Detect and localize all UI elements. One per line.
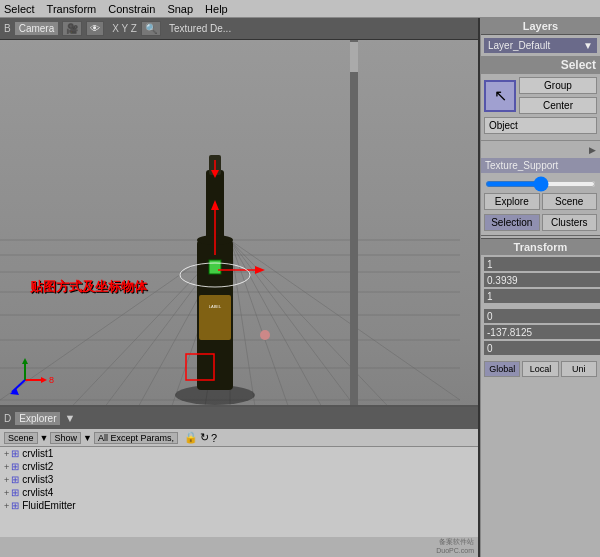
uni-button[interactable]: Uni	[561, 361, 597, 377]
viewport-topbar: B Camera 🎥 👁 X Y Z 🔍 Textured De...	[0, 18, 478, 40]
texture-slider[interactable]	[485, 181, 596, 187]
transform-z-row-1: z	[484, 289, 597, 303]
explorer-dropdown-arrow[interactable]: ▼	[64, 412, 75, 424]
item-label: FluidEmitter	[22, 500, 75, 511]
show-tab[interactable]: Show	[50, 432, 81, 444]
divider-1	[481, 140, 600, 141]
svg-rect-28	[199, 295, 231, 340]
scene-list: + ⊞ crvlist1 + ⊞ crvlist2 + ⊞ crvlist3 +…	[0, 447, 478, 537]
scene-item-fluidemitter[interactable]: + ⊞ FluidEmitter	[0, 499, 478, 512]
explore-button[interactable]: Explore	[484, 193, 540, 210]
transform-input-3[interactable]	[484, 289, 600, 303]
scrollbar-thumb[interactable]	[350, 42, 358, 72]
select-section: ↖ Group Center Object	[481, 74, 600, 137]
annotation-text: 贴图方式及坐标物体	[30, 278, 147, 296]
item-label: crvlist2	[22, 461, 53, 472]
menu-item-select[interactable]: Select	[4, 3, 35, 15]
transform-input-2[interactable]	[484, 273, 600, 287]
global-button[interactable]: Global	[484, 361, 520, 377]
layer-dropdown-arrow: ▼	[583, 40, 593, 51]
texture-row: Texture_Support	[481, 158, 600, 173]
svg-text:8: 8	[49, 375, 54, 385]
viewport-d-label: B	[4, 23, 11, 34]
transform-x-row-1: x S	[484, 257, 597, 271]
transform-input-6[interactable]	[484, 341, 600, 355]
scene-item-crvlist2[interactable]: + ⊞ crvlist2	[0, 460, 478, 473]
layer-dropdown[interactable]: Layer_Default ▼	[484, 38, 597, 53]
item-label: crvlist1	[22, 448, 53, 459]
transform-input-4[interactable]	[484, 309, 600, 323]
nav-row2: Selection Clusters	[484, 214, 597, 231]
svg-text:LABEL: LABEL	[209, 304, 222, 309]
transform-z-row-2: z	[484, 341, 597, 355]
transform-y-row: y	[484, 273, 597, 287]
scene-item-crvlist3[interactable]: + ⊞ crvlist3	[0, 473, 478, 486]
cursor-button[interactable]: ↖	[484, 80, 516, 112]
scene-item-crvlist4[interactable]: + ⊞ crvlist4	[0, 486, 478, 499]
menu-item-snap[interactable]: Snap	[167, 3, 193, 15]
group-button[interactable]: Group	[519, 77, 597, 94]
cursor-row: ↖ Group Center	[484, 77, 597, 114]
side-buttons: Group Center	[519, 77, 597, 114]
svg-rect-30	[209, 260, 221, 274]
menu-item-transform[interactable]: Transform	[47, 3, 97, 15]
transform-fields: x S y z x y	[481, 255, 600, 357]
menu-item-help[interactable]: Help	[205, 3, 228, 15]
bottom-watermark: 备案软件站DuoPC.com	[436, 537, 474, 555]
lock-icon[interactable]: 🔒	[184, 431, 198, 444]
scene-item-crvlist1[interactable]: + ⊞ crvlist1	[0, 447, 478, 460]
layers-header: Layers	[481, 18, 600, 35]
help-icon[interactable]: ?	[211, 432, 217, 444]
svg-point-37	[260, 330, 270, 340]
transform-header: Transform	[481, 238, 600, 255]
show-arrow: ▼	[83, 433, 92, 443]
local-button[interactable]: Local	[522, 361, 558, 377]
axes-label: X Y Z	[112, 23, 137, 34]
explorer-dropdown[interactable]: Explorer	[15, 412, 60, 425]
camera-dropdown[interactable]: Camera	[15, 22, 59, 35]
divider-2	[481, 235, 600, 236]
transform-input-1[interactable]	[484, 257, 600, 271]
layer-name: Layer_Default	[488, 40, 550, 51]
refresh-icon[interactable]: ↻	[200, 431, 209, 444]
nav-row1: Explore Scene	[484, 193, 597, 210]
menu-item-constrain[interactable]: Constrain	[108, 3, 155, 15]
menu-bar: Select Transform Constrain Snap Help	[0, 0, 600, 18]
item-label: crvlist4	[22, 487, 53, 498]
expand-arrow[interactable]: ▶	[481, 144, 600, 156]
viewport-icon-2[interactable]: 👁	[86, 21, 104, 36]
clusters-button[interactable]: Clusters	[542, 214, 598, 231]
transform-input-5[interactable]	[484, 325, 600, 339]
selection-button[interactable]: Selection	[484, 214, 540, 231]
item-label: crvlist3	[22, 474, 53, 485]
texture-slider-container	[481, 175, 600, 191]
viewport-icon-1[interactable]: 🎥	[62, 21, 82, 36]
object-button[interactable]: Object	[484, 117, 597, 134]
viewport-icon-3[interactable]: 🔍	[141, 21, 161, 36]
explorer-d-label: D	[4, 413, 11, 424]
explorer-toolbar: Scene ▼ Show ▼ All Except Params, 🔒 ↻ ?	[0, 429, 478, 447]
params-tab[interactable]: All Except Params,	[94, 432, 178, 444]
scene-tab[interactable]: Scene	[4, 432, 38, 444]
scene-arrow: ▼	[40, 433, 49, 443]
object-row: Object	[484, 117, 597, 134]
select-label: Select	[481, 56, 600, 74]
center-button[interactable]: Center	[519, 97, 597, 114]
right-panel: Layers Layer_Default ▼ Select ↖ Group Ce…	[480, 18, 600, 557]
spacer	[484, 305, 597, 307]
global-row: Global Local Uni	[481, 359, 600, 379]
explorer-panel: D Explorer ▼ Scene ▼ Show ▼ All Except P…	[0, 405, 478, 557]
transform-x-row-2: x	[484, 309, 597, 323]
scene-button[interactable]: Scene	[542, 193, 598, 210]
explorer-topbar: D Explorer ▼	[0, 407, 478, 429]
viewport-title: Textured De...	[169, 23, 231, 34]
transform-y-row-2: y	[484, 325, 597, 339]
